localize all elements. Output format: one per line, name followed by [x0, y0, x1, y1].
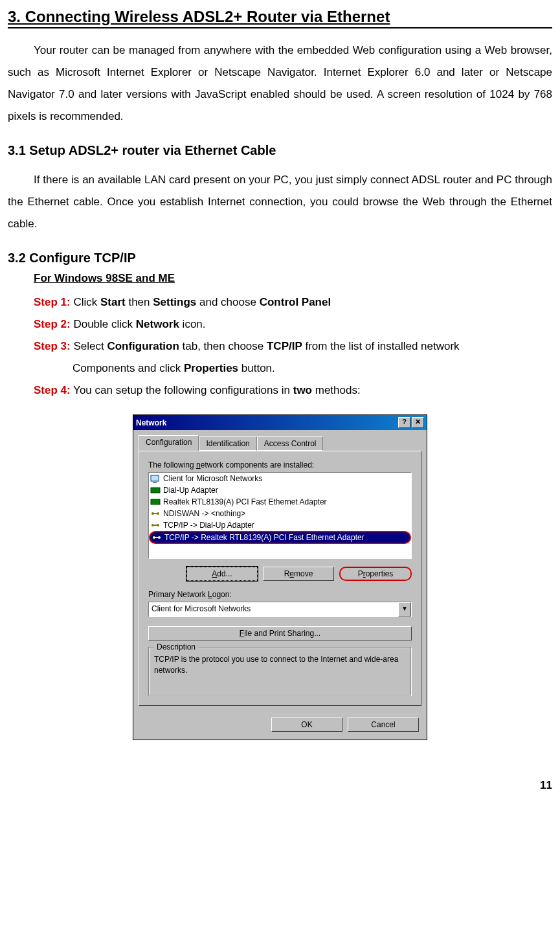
- subsection-3-1-title: 3.1 Setup ADSL2+ router via Ethernet Cab…: [8, 143, 552, 158]
- tab-configuration[interactable]: Configuration: [139, 435, 199, 451]
- tab-access-control[interactable]: Access Control: [257, 436, 324, 451]
- step-2: Step 2: Double click Network icon.: [34, 313, 552, 335]
- intro-paragraph: Your router can be managed from anywhere…: [8, 40, 552, 128]
- section-heading-3: 3. Connecting Wireless ADSL2+ Router via…: [8, 8, 552, 28]
- client-icon: [150, 473, 161, 484]
- list-item[interactable]: NDISWAN -> <nothing>: [149, 508, 411, 519]
- adapter-icon: [150, 485, 161, 495]
- description-groupbox: Description TCP/IP is the protocol you u…: [148, 647, 412, 696]
- subsection-3-2-title: 3.2 Configure TCP/IP: [8, 251, 552, 266]
- protocol-icon: [151, 532, 162, 543]
- svg-point-11: [153, 536, 155, 539]
- svg-point-12: [158, 536, 161, 539]
- components-label: The following network components are ins…: [148, 460, 412, 470]
- sub1-paragraph: If there is an available LAN card presen…: [8, 169, 552, 235]
- list-item[interactable]: Dial-Up Adapter: [149, 484, 411, 496]
- protocol-icon: [150, 508, 161, 519]
- primary-logon-value: Client for Microsoft Networks: [149, 602, 398, 617]
- step-3: Step 3: Select Configuration tab, then c…: [34, 335, 552, 357]
- step-1: Step 1: Click Start then Settings and ch…: [34, 291, 552, 313]
- ok-button[interactable]: OK: [271, 718, 342, 732]
- page-number: 11: [8, 779, 552, 792]
- network-dialog-figure: Network ? ✕ Configuration Identification…: [133, 414, 427, 740]
- sub1-text: If there is an available LAN card presen…: [8, 174, 552, 230]
- tab-identification[interactable]: Identification: [199, 436, 256, 451]
- primary-logon-combo[interactable]: Client for Microsoft Networks ▼: [148, 602, 412, 617]
- properties-button[interactable]: Properties: [339, 567, 412, 581]
- adapter-icon: [150, 497, 161, 507]
- svg-point-5: [151, 512, 154, 515]
- protocol-icon: [150, 520, 161, 530]
- dialog-title-bar[interactable]: Network ? ✕: [133, 415, 427, 430]
- step-4-label: Step 4:: [34, 384, 71, 396]
- list-item[interactable]: Realtek RTL8139(A) PCI Fast Ethernet Ada…: [149, 496, 411, 508]
- step-3-label: Step 3:: [34, 340, 71, 352]
- file-print-sharing-button[interactable]: File and Print Sharing...: [148, 626, 412, 640]
- dialog-title: Network: [136, 418, 166, 427]
- svg-rect-2: [151, 488, 160, 493]
- close-button[interactable]: ✕: [412, 417, 424, 428]
- remove-button[interactable]: Remove: [263, 567, 334, 581]
- svg-point-8: [151, 524, 154, 526]
- component-buttons-row: Add... Remove Properties: [148, 567, 412, 581]
- step-3-continuation: Components and click Properties button.: [73, 357, 552, 379]
- description-legend: Description: [154, 642, 198, 651]
- description-text: TCP/IP is the protocol you use to connec…: [154, 654, 406, 676]
- add-button[interactable]: Add...: [186, 567, 258, 581]
- intro-text: Your router can be managed from anywhere…: [8, 44, 552, 122]
- list-item[interactable]: TCP/IP -> Dial-Up Adapter: [149, 519, 411, 531]
- step-4: Step 4: You can setup the following conf…: [34, 379, 552, 402]
- help-button[interactable]: ?: [398, 417, 410, 428]
- components-listbox[interactable]: Client for Microsoft Networks Dial-Up Ad…: [148, 472, 412, 559]
- os-heading: For Windows 98SE and ME: [34, 272, 552, 285]
- list-item-selected[interactable]: TCP/IP -> Realtek RTL8139(A) PCI Fast Et…: [149, 531, 411, 544]
- cancel-button[interactable]: Cancel: [348, 718, 419, 732]
- network-dialog: Network ? ✕ Configuration Identification…: [133, 414, 427, 740]
- dialog-tabs: Configuration Identification Access Cont…: [139, 435, 421, 451]
- svg-rect-1: [153, 482, 157, 483]
- step-2-label: Step 2:: [34, 318, 71, 330]
- step-1-label: Step 1:: [34, 296, 71, 308]
- primary-logon-label: Primary Network Logon:: [148, 590, 412, 599]
- svg-rect-3: [151, 499, 160, 504]
- svg-rect-0: [151, 475, 159, 481]
- svg-point-6: [157, 512, 159, 515]
- list-item[interactable]: Client for Microsoft Networks: [149, 473, 411, 484]
- combo-dropdown-icon[interactable]: ▼: [398, 602, 411, 617]
- tab-body-configuration: The following network components are ins…: [139, 451, 421, 706]
- svg-point-9: [157, 524, 159, 526]
- dialog-footer: OK Cancel: [133, 711, 427, 740]
